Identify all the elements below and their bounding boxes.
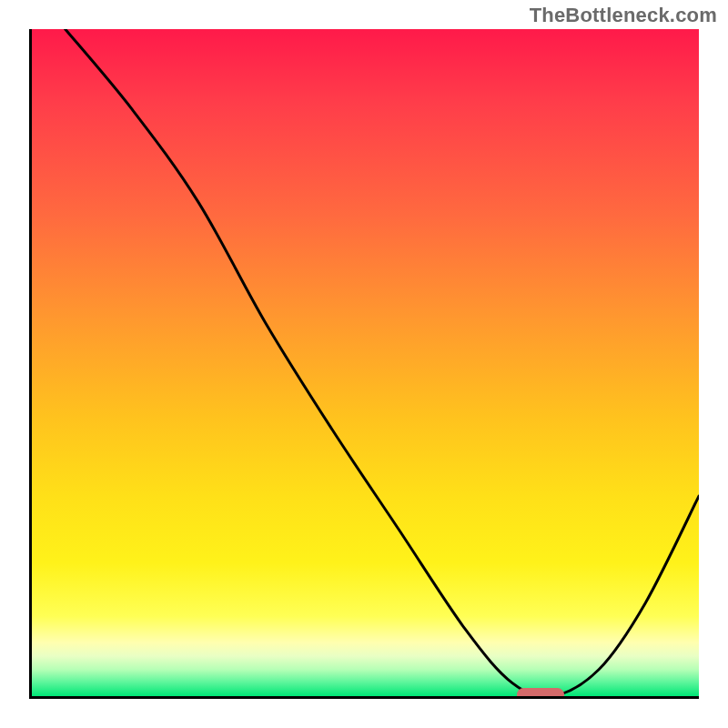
plot-area	[29, 29, 699, 699]
watermark-text: TheBottleneck.com	[530, 4, 717, 27]
chart-canvas: TheBottleneck.com	[0, 0, 728, 728]
optimal-marker	[517, 688, 564, 699]
bottleneck-curve	[32, 29, 699, 696]
